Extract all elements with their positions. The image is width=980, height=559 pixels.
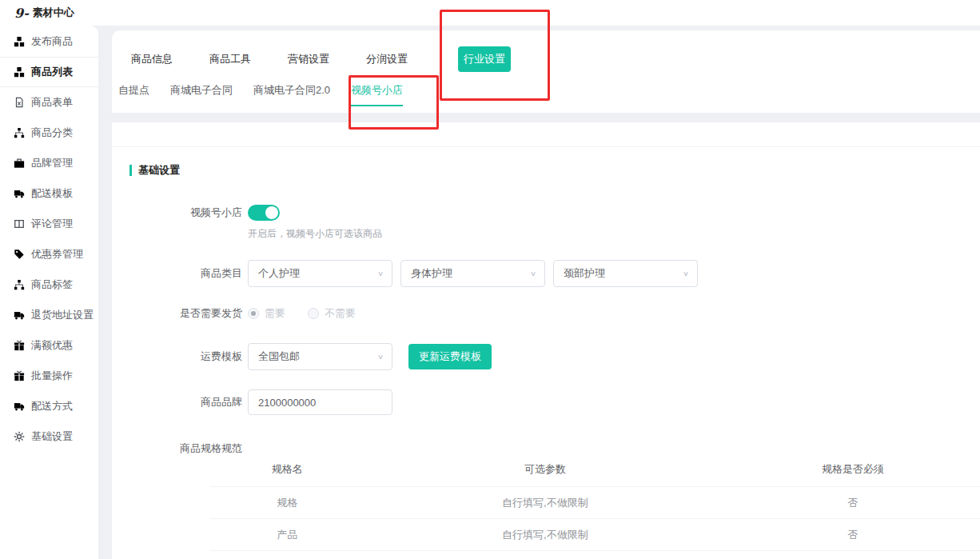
spec-table-label: 商品规格规范 <box>180 441 980 456</box>
sidebar-item-product-category[interactable]: 商品分类 <box>0 118 98 148</box>
tab-row-primary: 商品信息 商品工具 营销设置 分润设置 行业设置 <box>131 46 980 72</box>
chevron-down-icon: ∨ <box>377 353 384 361</box>
category-select-level2[interactable]: 身体护理 ∨ <box>400 260 545 287</box>
freight-template-row: 运费模板 全国包邮 ∨ 更新运费模板 <box>112 343 980 370</box>
tab-row-secondary: 自提点 商城电子合同 商城电子合同2.0 视频号小店 <box>125 83 980 106</box>
sidebar-item-label: 品牌管理 <box>31 156 73 170</box>
category-select-level1-value: 个人护理 <box>258 266 300 281</box>
tab-industry-settings[interactable]: 行业设置 <box>458 46 511 72</box>
chevron-down-icon: ∨ <box>377 270 384 278</box>
category-select-level2-value: 身体护理 <box>411 266 452 281</box>
tab-panel: 商品信息 商品工具 营销设置 分润设置 行业设置 自提点 商城电子合同 商城电子… <box>112 30 980 113</box>
tab-mall-e-contract-2[interactable]: 商城电子合同2.0 <box>253 83 330 105</box>
sidebar-item-product-form[interactable]: 商品表单 <box>0 87 98 118</box>
category-row: 商品类目 个人护理 ∨ 身体护理 ∨ 颈部护理 ∨ <box>112 260 980 287</box>
toggle-knob <box>265 206 278 219</box>
sidebar-item-batch-operations[interactable]: 批量操作 <box>0 361 98 391</box>
section-title-basic-settings: 基础设置 <box>129 163 980 178</box>
category-select-level3-value: 颈部护理 <box>564 266 605 281</box>
sidebar-item-label: 退货地址设置 <box>31 308 94 322</box>
shipping-required-label: 是否需要发货 <box>112 306 242 321</box>
table-row: 产品 自行填写,不做限制 否 <box>210 519 980 551</box>
sidebar-item-delivery-method[interactable]: 配送方式 <box>0 391 98 421</box>
sidebar-nav: 发布商品 商品列表 商品表单 商品分类 品牌管理 配送模板 评论管理 优惠券管理… <box>0 26 98 559</box>
chevron-down-icon: ∨ <box>683 270 689 278</box>
truck-icon <box>14 401 25 412</box>
radio-label: 需要 <box>265 306 285 321</box>
spec-cell-params: 自行填写,不做限制 <box>365 528 727 542</box>
spec-cell-required: 否 <box>726 528 980 542</box>
update-freight-template-button[interactable]: 更新运费模板 <box>408 344 492 369</box>
spec-table: 规格名 可选参数 规格是否必须 规格 自行填写,不做限制 否 产品 自行填写,不… <box>210 462 980 551</box>
tag-icon <box>14 249 25 260</box>
category-select-level3[interactable]: 颈部护理 ∨ <box>553 260 698 287</box>
tab-marketing-settings[interactable]: 营销设置 <box>288 52 329 66</box>
gift-icon <box>14 340 25 351</box>
store-toggle-row: 视频号小店 <box>112 205 980 221</box>
spec-table-header-row: 规格名 可选参数 规格是否必须 <box>210 462 980 487</box>
gear-icon <box>14 431 25 442</box>
sidebar-item-delivery-template[interactable]: 配送模板 <box>0 178 98 209</box>
sidebar-item-label: 批量操作 <box>31 369 73 383</box>
spec-header-required: 规格是否必须 <box>726 462 980 477</box>
section-title-text: 基础设置 <box>138 163 180 178</box>
tab-profit-sharing-settings[interactable]: 分润设置 <box>366 52 408 66</box>
sidebar-item-basic-settings[interactable]: 基础设置 <box>0 421 98 452</box>
basic-settings-form: 视频号小店 开启后，视频号小店可选该商品 商品类目 个人护理 ∨ 身体护理 ∨ <box>112 205 980 559</box>
brand-input[interactable] <box>248 389 392 415</box>
briefcase-icon <box>14 158 25 169</box>
spec-cell-name: 规格 <box>210 496 365 510</box>
store-toggle-label: 视频号小店 <box>112 206 242 220</box>
sidebar-item-return-address-settings[interactable]: 退货地址设置 <box>0 300 98 330</box>
columns-icon <box>14 218 25 230</box>
sidebar-item-full-amount-discount[interactable]: 满额优惠 <box>0 330 98 361</box>
sidebar-item-label: 商品表单 <box>31 95 73 110</box>
sidebar-item-label: 发布商品 <box>31 34 73 49</box>
radio-shipping-required: 需要 <box>248 306 285 321</box>
category-label: 商品类目 <box>112 266 242 281</box>
tab-self-pickup-point[interactable]: 自提点 <box>118 83 149 105</box>
tab-mall-e-contract[interactable]: 商城电子合同 <box>170 83 233 105</box>
store-toggle[interactable] <box>248 205 280 221</box>
sitemap-icon <box>14 127 25 138</box>
sidebar-item-review-management[interactable]: 评论管理 <box>0 209 98 239</box>
sidebar-item-label: 配送方式 <box>31 399 73 413</box>
settings-content: 基础设置 视频号小店 开启后，视频号小店可选该商品 商品类目 个人护理 ∨ 身体… <box>112 122 980 559</box>
spec-cell-params: 自行填写,不做限制 <box>365 496 727 510</box>
cubes-icon <box>14 36 25 47</box>
category-select-level1[interactable]: 个人护理 ∨ <box>248 260 392 287</box>
sidebar-item-coupon-management[interactable]: 优惠券管理 <box>0 239 98 270</box>
freight-template-label: 运费模板 <box>112 349 242 364</box>
sidebar-item-product-tags[interactable]: 商品标签 <box>0 270 98 300</box>
store-toggle-helper-text: 开启后，视频号小店可选该商品 <box>248 227 980 241</box>
spec-header-name: 规格名 <box>210 462 365 477</box>
truck-icon <box>14 309 25 321</box>
freight-template-value: 全国包邮 <box>258 349 300 364</box>
chevron-down-icon: ∨ <box>530 270 536 278</box>
gift-icon <box>14 370 25 381</box>
top-header-bar: 9- 素材中心 <box>0 0 980 26</box>
brand-label: 商品品牌 <box>112 395 242 409</box>
spec-cell-required: 否 <box>726 496 980 510</box>
sidebar-item-brand-management[interactable]: 品牌管理 <box>0 148 98 178</box>
sidebar-item-label: 商品标签 <box>31 278 73 292</box>
content-divider <box>112 146 980 147</box>
tab-product-info[interactable]: 商品信息 <box>131 52 173 66</box>
tab-product-tools[interactable]: 商品工具 <box>209 52 251 66</box>
sidebar-item-label: 商品分类 <box>31 126 73 140</box>
sidebar-item-label: 满额优惠 <box>31 338 73 353</box>
brand-logo-icon: 9- <box>14 6 29 21</box>
sidebar-item-publish-product[interactable]: 发布商品 <box>0 26 98 57</box>
tab-video-channel-store[interactable]: 视频号小店 <box>351 83 403 106</box>
sidebar-item-label: 配送模板 <box>31 186 73 201</box>
spec-header-params: 可选参数 <box>365 462 727 477</box>
brand-row: 商品品牌 <box>112 389 980 415</box>
sidebar-item-label: 评论管理 <box>31 217 73 231</box>
sitemap-icon <box>14 279 25 290</box>
sidebar-item-label: 基础设置 <box>31 429 73 444</box>
app-title: 素材中心 <box>33 6 74 20</box>
freight-template-select[interactable]: 全国包邮 ∨ <box>248 343 392 370</box>
sidebar-item-product-list[interactable]: 商品列表 <box>0 57 98 87</box>
sidebar-item-label: 商品列表 <box>31 65 73 79</box>
section-accent-bar <box>129 165 132 176</box>
